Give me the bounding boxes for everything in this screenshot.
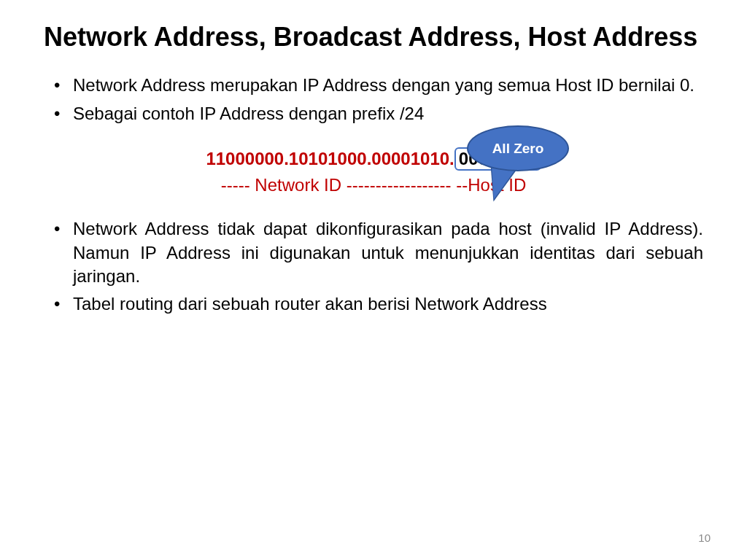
id-label-line: ----- Network ID ------------------ --Ho… [44,175,703,195]
bullet-list: Network Address merupakan IP Address den… [44,74,703,125]
page-number: 10 [698,532,711,544]
bullet-list-2: Network Address tidak dapat dikonfiguras… [44,217,703,316]
callout-label: All Zero [492,141,544,157]
bullet-item-4: Tabel routing dari sebuah router akan be… [44,292,703,316]
binary-network-part: 11000000.10101000.00001010. [206,149,454,168]
slide-title: Network Address, Broadcast Address, Host… [44,22,703,52]
binary-address: 11000000.10101000.00001010.00000000 [44,147,703,171]
bullet-item-3: Network Address tidak dapat dikonfiguras… [44,217,703,288]
callout-all-zero: All Zero [467,125,569,176]
bullet-item-1: Network Address merupakan IP Address den… [44,74,703,97]
callout-bubble: All Zero [467,125,569,171]
bullet-item-2: Sebagai contoh IP Address dengan prefix … [44,102,703,125]
